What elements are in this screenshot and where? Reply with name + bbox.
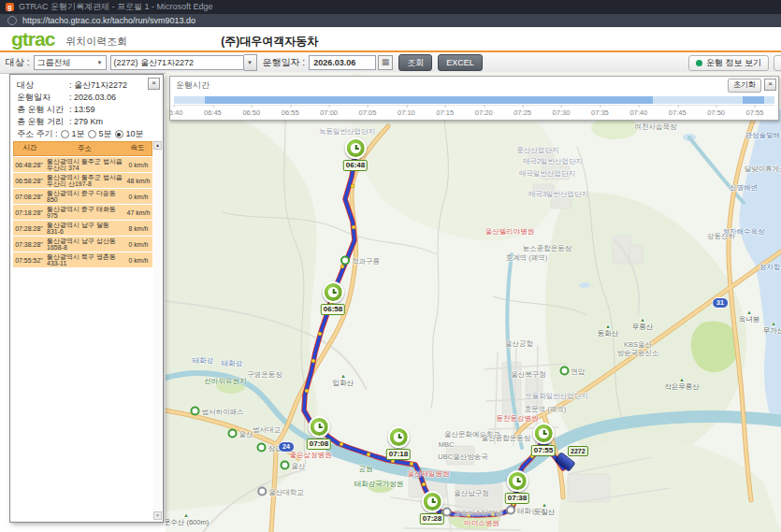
calendar-icon[interactable]: ▦ (378, 55, 393, 70)
group-select-value: 그룹전체 (37, 57, 71, 69)
time-marker-07-28[interactable]: 07:28 (420, 491, 444, 525)
time-marker-07-08[interactable]: 07:08 (307, 416, 331, 450)
app-window: g GTRAC 운행기록계관제 - 프로필 1 - Microsoft Edge… (0, 0, 781, 532)
panel-close-icon[interactable]: × (148, 78, 160, 90)
clock-marker-icon (345, 137, 367, 159)
timeline-tick: 07:50 (707, 108, 725, 117)
route-point-dot (410, 462, 413, 466)
map-canvas[interactable]: 녹동일반산업단지여천사슴목장관성솔밭해변달맞이휴게소신명해변정자해수욕장강동산하… (166, 72, 781, 532)
panel-info: 대상: 울산71자2272운행일자: 2026.03.06총 운행 시간: 13… (17, 79, 148, 140)
date-label: 운행일자 : (263, 56, 306, 69)
timeline-track[interactable] (174, 96, 774, 104)
table-row[interactable]: 07:08:28"울산광역시 중구 다운동 8500 km/h (13, 189, 152, 204)
interval-radio-10분[interactable] (115, 130, 123, 138)
interval-radio-5분[interactable] (88, 130, 96, 138)
interval-option-label: 5분 (99, 128, 112, 140)
marker-time-label: 07:28 (420, 513, 444, 525)
timeline-tick: 06:45 (204, 108, 222, 117)
marker-time-label: 07:38 (505, 493, 529, 504)
time-marker-06-48[interactable]: 06:48 (343, 137, 368, 171)
table-row[interactable]: 07:55:52"울산광역시 북구 명촌동 433-110 km/h (13, 252, 152, 267)
timeline-tick: 07:30 (553, 108, 571, 117)
timeline-tick: 07:25 (513, 108, 531, 117)
page-info-icon (7, 16, 17, 25)
table-cell: 48 km/h (124, 178, 152, 184)
vehicle-combo-arrow[interactable]: ▼ (244, 54, 257, 71)
excel-button[interactable]: EXCEL (438, 54, 483, 71)
table-cell: 0 km/h (124, 257, 152, 264)
timeline-reset-button[interactable]: 초기화 (728, 79, 761, 93)
timeline-title: 운행시간 (176, 79, 210, 92)
group-select[interactable]: 그룹전체 ▼ (34, 55, 107, 70)
target-label: 대상 : (6, 56, 30, 69)
gtrac-logo: gtrac (11, 30, 54, 49)
route-point-dot (352, 225, 355, 229)
window-titlebar: g GTRAC 운행기록계관제 - 프로필 1 - Microsoft Edge (0, 0, 781, 14)
table-row[interactable]: 06:48:28"울산광역시 울주군 범서읍 두산리 3740 km/h (13, 157, 152, 172)
vehicle-plate-label: 2272 (568, 446, 588, 456)
table-cell: 47 km/h (124, 209, 152, 216)
route-point-dot (305, 389, 309, 393)
table-scrollbar[interactable]: ▲ ▼ (153, 141, 162, 520)
search-button[interactable]: 조회 (398, 54, 432, 71)
time-marker-06-58[interactable]: 06:58 (321, 281, 345, 315)
table-cell: 07:08:28" (13, 194, 45, 200)
partial-button[interactable] (774, 55, 781, 71)
timeline-tick: 07:05 (359, 108, 377, 117)
time-marker-07-55[interactable]: 07:55 (531, 423, 556, 456)
table-cell: 0 km/h (124, 241, 152, 248)
marker-time-label: 06:58 (321, 304, 345, 315)
table-cell: 8 km/h (124, 225, 152, 232)
timeline-tick: 07:35 (591, 108, 609, 117)
panel-info-value: : 13:59 (69, 104, 95, 116)
timeline-drive-segment[interactable] (205, 96, 653, 104)
route-point-dot (367, 453, 370, 456)
table-cell: 0 km/h (124, 162, 152, 168)
marker-time-label: 07:08 (307, 439, 331, 450)
marker-time-label: 07:18 (386, 449, 411, 460)
table-row[interactable]: 07:28:28"울산광역시 남구 달동 831-68 km/h (13, 221, 152, 236)
panel-info-label: 총 운행 시간 (17, 104, 69, 116)
panel-info-label: 운행일자 (17, 92, 69, 104)
timeline-axis: 06:4006:4506:5006:5507:0007:0507:1007:15… (174, 105, 774, 118)
map-terrain (166, 72, 781, 532)
table-cell: 울산광역시 북구 명촌동 433-11 (45, 252, 124, 267)
table-header-cell: 주소 (46, 142, 123, 155)
toolbar: 대상 : 그룹전체 ▼ (2272) 울산71자2272 ▼ 운행일자 : 20… (0, 52, 781, 74)
marker-time-label: 06:48 (343, 160, 368, 171)
interval-radio-1분[interactable] (61, 130, 69, 138)
scroll-up-icon[interactable]: ▲ (153, 141, 162, 150)
clock-face-icon (513, 476, 523, 486)
timeline-close-icon[interactable]: × (764, 79, 776, 91)
panel-info-value: : 279 Km (69, 116, 103, 128)
clock-marker-icon (323, 281, 344, 303)
marker-time-label: 07:55 (531, 445, 556, 456)
table-row[interactable]: 06:58:28"울산광역시 울주군 범서읍 두산리 산197-848 km/h (13, 173, 152, 188)
table-row[interactable]: 07:18:28"울산광역시 중구 태화동 97547 km/h (13, 205, 152, 220)
table-row[interactable]: 07:38:28"울산광역시 남구 삼산동 1658-80 km/h (13, 237, 152, 252)
route-point-dot (351, 184, 354, 188)
time-marker-07-38[interactable]: 07:38 (505, 470, 529, 504)
timeline-tick: 07:20 (475, 108, 493, 117)
route-point-dot (340, 265, 344, 268)
timeline-drive-segment[interactable] (743, 96, 764, 104)
clock-marker-icon (422, 491, 443, 512)
vehicle-combo[interactable]: (2272) 울산71자2272 (110, 55, 244, 70)
table-cell: 울산광역시 울주군 범서읍 두산리 산197-8 (45, 173, 124, 188)
drive-info-button[interactable]: 운행 정보 보기 (688, 55, 769, 71)
scroll-down-icon[interactable]: ▼ (153, 511, 162, 520)
table-cell: 울산광역시 울주군 범서읍 두산리 374 (45, 157, 124, 172)
route-shield: 24 (278, 441, 295, 453)
table-header-row: 시간주소속도 (13, 141, 152, 156)
timeline-tick: 07:10 (398, 108, 415, 117)
time-marker-07-18[interactable]: 07:18 (386, 426, 411, 460)
company-name: (주)대우여객자동차 (221, 34, 318, 50)
date-input[interactable]: 2026.03.06 (309, 55, 376, 70)
browser-urlbar[interactable]: https://tacho.gtrac.co.kr/tacho/run/svm9… (0, 14, 781, 27)
vehicle-marker[interactable]: 2272 (556, 456, 574, 467)
route-point-dot (318, 332, 322, 336)
interval-option-label: 10분 (126, 128, 144, 140)
chevron-down-icon: ▼ (97, 60, 103, 65)
clock-face-icon (394, 432, 404, 442)
clock-face-icon (539, 428, 549, 439)
